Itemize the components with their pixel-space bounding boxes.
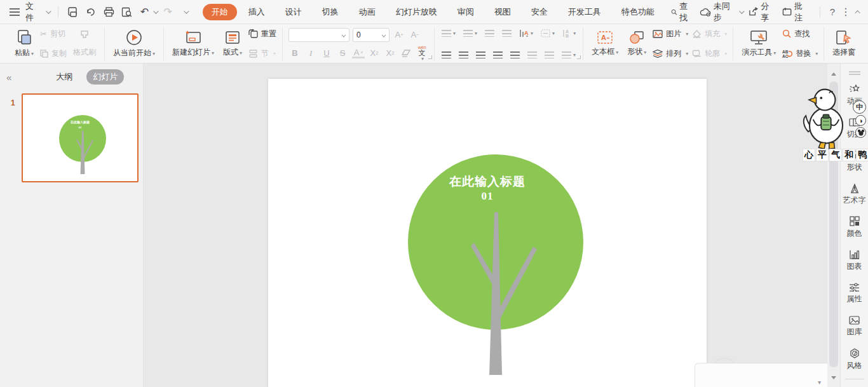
text-direction-button[interactable]: A	[518, 28, 534, 39]
new-slide-button[interactable]: 新建幻灯片	[170, 29, 217, 59]
tab-animation[interactable]: 动画	[350, 4, 384, 20]
scroll-up-icon[interactable]	[831, 72, 836, 76]
file-menu[interactable]: 文件	[25, 1, 41, 24]
sync-status-button[interactable]: 未同步	[700, 1, 743, 24]
textbox-icon: A	[597, 31, 613, 44]
paragraph-dialog-launcher[interactable]	[577, 55, 581, 59]
copy-icon	[40, 50, 48, 58]
svg-text:B: B	[566, 33, 569, 37]
slide-thumbnail-1[interactable]: 在此输入标题 01	[22, 93, 139, 182]
tab-special-features[interactable]: 特色功能	[613, 4, 663, 20]
tab-review[interactable]: 审阅	[449, 4, 483, 20]
undo-icon[interactable]: ↶	[138, 5, 151, 19]
tab-slides[interactable]: 幻灯片	[86, 69, 124, 85]
main-menu-icon[interactable]	[8, 5, 21, 19]
tab-devtools[interactable]: 开发工具	[559, 4, 610, 20]
taskbar-handle-icon[interactable]	[849, 71, 860, 75]
picture-button[interactable]: 图片	[653, 29, 688, 39]
sidebar-item-chart[interactable]: 图表	[841, 244, 868, 277]
scroll-down-hint-icon[interactable]: ▾	[818, 379, 821, 386]
play-icon	[126, 29, 142, 46]
tab-security[interactable]: 安全	[522, 4, 557, 20]
find-button[interactable]: 查找	[782, 29, 818, 39]
shapes-button[interactable]: 形状	[625, 29, 649, 58]
qat-more-icon[interactable]	[179, 5, 193, 19]
find-icon	[782, 29, 791, 38]
arrange-button[interactable]: 排列	[653, 48, 688, 59]
tab-outline[interactable]: 大纲	[50, 69, 79, 85]
sidebar-item-gallery[interactable]: 图库	[841, 310, 868, 343]
tab-design[interactable]: 设计	[276, 4, 311, 20]
sidebar-divider	[845, 379, 864, 379]
scroll-down-icon[interactable]	[831, 376, 836, 379]
sidebar-item-properties[interactable]: 属性	[841, 277, 868, 310]
moon-mode-button[interactable]: ◑	[855, 115, 866, 126]
tree-graphic[interactable]	[268, 79, 707, 387]
save-icon[interactable]	[67, 5, 80, 19]
tab-view[interactable]: 视图	[485, 4, 520, 20]
menubar-find-button[interactable]: 查找	[666, 0, 696, 26]
section-button: 节	[248, 48, 276, 59]
layout-button[interactable]: 版式	[220, 29, 245, 59]
font-group: 0 A+ A− B I U S A X2 X2	[282, 27, 434, 60]
ime-indicator-button[interactable]: 中	[853, 100, 866, 114]
tab-transition[interactable]: 切换	[313, 4, 348, 20]
format-painter-button: 格式刷	[71, 29, 98, 59]
cut-icon: ✂	[40, 29, 47, 39]
ribbon-expand-icon[interactable]	[864, 27, 868, 60]
decrease-indent-icon	[484, 29, 496, 38]
sidebar-item-color[interactable]: 颜色	[841, 211, 868, 244]
gallery-image-icon	[849, 316, 860, 325]
duck-mascot-image[interactable]	[798, 84, 854, 153]
file-menu-caret-icon[interactable]	[46, 8, 51, 13]
thumbnail-tree-graphic	[23, 95, 139, 182]
svg-text:A: A	[524, 30, 529, 36]
selection-pane-button[interactable]: 选择窗	[830, 29, 858, 59]
sidebar-item-wordart[interactable]: 艺术字	[841, 178, 868, 211]
underline-button: U	[320, 47, 333, 60]
font-size-select[interactable]: 0	[353, 28, 390, 42]
menubar: 文件 ↶ ↷ 开始 插入 设计 切换 动画	[0, 0, 868, 24]
textbox-button[interactable]: A 文本框	[589, 29, 621, 58]
font-color-button: A	[352, 48, 365, 58]
wps-presentation-window: 文件 ↶ ↷ 开始 插入 设计 切换 动画	[0, 0, 868, 387]
format-painter-icon	[78, 30, 91, 45]
undo-caret-icon[interactable]	[153, 8, 158, 13]
insert-group: A 文本框 形状 图片 排列 填充	[583, 27, 733, 60]
tab-insert[interactable]: 插入	[240, 4, 274, 20]
chart-icon	[850, 250, 860, 259]
font-dialog-launcher[interactable]	[428, 55, 432, 59]
play-from-current-button[interactable]: 从当前开始	[111, 28, 158, 60]
reset-button[interactable]: 重置	[248, 29, 276, 39]
tools-group: 演示工具 查找 ABAC 替换	[733, 27, 824, 60]
collapse-ribbon-icon[interactable]	[857, 10, 860, 14]
desktop-pet-duck[interactable]: 心 平 气 和 鸭 中 ◑	[798, 84, 868, 170]
slides-group: 新建幻灯片 版式 重置 节	[163, 27, 282, 60]
more-options-icon[interactable]: ⋮	[841, 7, 851, 17]
print-icon[interactable]	[102, 5, 116, 19]
print-preview-icon[interactable]	[120, 5, 133, 19]
duck-caption: 心 平 气 和 鸭	[803, 149, 868, 161]
export-icon[interactable]	[85, 5, 98, 19]
collapse-panel-icon[interactable]: «	[6, 72, 11, 83]
character-spacing-button: AB	[561, 28, 577, 39]
share-button[interactable]: 分享	[749, 1, 776, 24]
slide-title-text[interactable]: 在此输入标题 01	[268, 174, 707, 203]
phonetic-guide-button[interactable]: wén 文	[416, 47, 428, 60]
help-button[interactable]: ?	[830, 6, 835, 17]
presentation-tools-button[interactable]: 演示工具	[739, 29, 778, 59]
slide-1-canvas[interactable]: 在此输入标题 01	[268, 79, 707, 387]
sidebar-item-style[interactable]: 风格	[841, 343, 868, 376]
mickey-button[interactable]	[855, 127, 866, 138]
divider	[58, 6, 58, 18]
paste-button[interactable]: 粘贴	[12, 28, 36, 60]
bold-button: B	[288, 47, 301, 60]
replace-button[interactable]: ABAC 替换	[782, 48, 818, 59]
comment-button[interactable]: 批注	[782, 1, 810, 24]
bottom-flyout-panel[interactable]: ▾	[695, 363, 827, 387]
tab-slideshow[interactable]: 幻灯片放映	[387, 4, 446, 20]
tab-home[interactable]: 开始	[203, 4, 237, 20]
editing-canvas: 在此输入标题 01 ▾	[144, 64, 827, 387]
font-name-select[interactable]	[288, 28, 349, 42]
cloud-icon	[700, 8, 711, 17]
